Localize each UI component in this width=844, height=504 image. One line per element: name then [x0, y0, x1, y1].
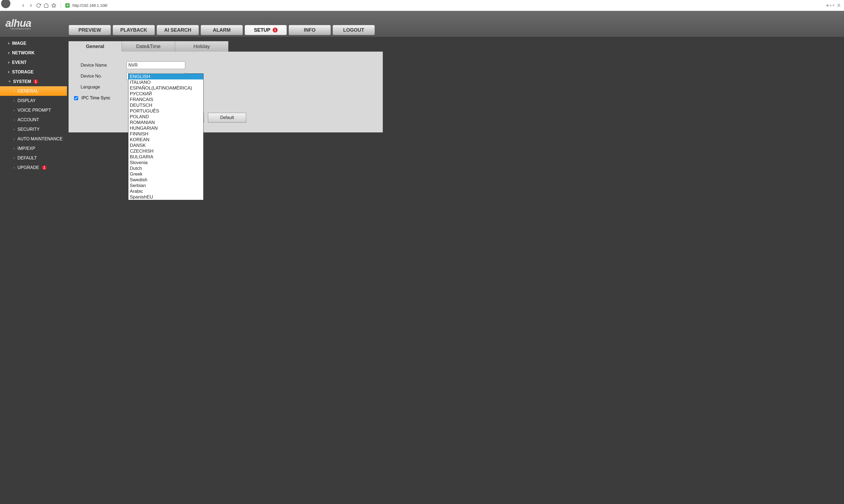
- language-option[interactable]: Serbian: [128, 183, 203, 188]
- chevron-right-icon: ›: [14, 99, 15, 103]
- language-option[interactable]: Swedish: [128, 177, 203, 183]
- device-name-label: Device Name: [81, 63, 126, 68]
- language-option[interactable]: BULGARIA: [128, 154, 203, 160]
- sidebar-item-label: DEFAULT: [17, 156, 37, 161]
- tab-label: PLAYBACK: [120, 27, 147, 33]
- sidebar-item-auto-maintenance[interactable]: ›AUTO MAINTENANCE: [0, 134, 67, 144]
- sidebar-item-default[interactable]: ›DEFAULT: [0, 153, 67, 163]
- language-option[interactable]: SpanishEU: [128, 194, 203, 200]
- sidebar-cat-storage[interactable]: STORAGE: [0, 67, 67, 77]
- sidebar-item-upgrade[interactable]: ›UPGRADE1: [0, 163, 67, 172]
- logo: alhua TECHNOLOGY: [5, 18, 31, 30]
- tab-label: SETUP: [254, 27, 270, 33]
- device-name-input[interactable]: [126, 61, 185, 69]
- forward-button[interactable]: [29, 3, 33, 8]
- app-root: alhua TECHNOLOGY IMAGE NETWORK EVENT STO…: [0, 11, 844, 504]
- language-option[interactable]: FRANCAIS: [128, 97, 203, 102]
- sidebar-cat-label: NETWORK: [12, 51, 35, 55]
- language-option[interactable]: DANSK: [128, 143, 203, 148]
- sidebar-item-account[interactable]: ›ACCOUNT: [0, 115, 67, 125]
- language-option[interactable]: ESPAÑOL(LATINOAMÉRICA): [128, 85, 203, 91]
- ipc-time-sync-label: IPC Time Sync: [82, 95, 110, 101]
- sidebar-item-label: DISPLAY: [17, 98, 36, 103]
- chevron-right-icon: ›: [14, 127, 15, 131]
- security-shield-icon: ✚: [65, 3, 70, 8]
- language-option[interactable]: PORTUGUÊS: [128, 108, 203, 114]
- language-option[interactable]: CZECHISH: [128, 148, 203, 154]
- tab-playback[interactable]: PLAYBACK: [112, 25, 155, 35]
- sidebar-cat-system[interactable]: SYSTEM1: [0, 77, 67, 86]
- tab-label: AI SEARCH: [164, 27, 191, 33]
- sidebar-cat-label: SYSTEM: [13, 79, 31, 84]
- general-panel: Device Name Device No. Language IPC Time…: [69, 52, 383, 132]
- panel-tab-holiday[interactable]: Holiday: [175, 41, 228, 52]
- language-option[interactable]: Arabic: [128, 188, 203, 194]
- home-button[interactable]: [44, 3, 49, 8]
- tab-label: ALARM: [213, 27, 231, 33]
- sidebar-cat-image[interactable]: IMAGE: [0, 38, 67, 48]
- address-url[interactable]: http://192.168.1.108/: [72, 3, 107, 8]
- tab-info[interactable]: INFO: [288, 25, 331, 35]
- sidebar-item-label: UPGRADE: [17, 165, 39, 170]
- sidebar-item-imp-exp[interactable]: ›IMP/EXP: [0, 144, 67, 153]
- logo-name: alhua: [5, 17, 31, 29]
- star-button[interactable]: [51, 3, 56, 8]
- sidebar-item-display[interactable]: ›DISPLAY: [0, 96, 67, 105]
- panel-tab-date-time[interactable]: Date&Time: [122, 41, 175, 52]
- language-option[interactable]: DEUTSCH: [128, 102, 203, 108]
- language-option[interactable]: Greek: [128, 171, 203, 177]
- sidebar-item-label: VOICE PROMPT: [17, 108, 51, 113]
- tab-label: LOGOUT: [343, 27, 364, 33]
- tab-alarm[interactable]: ALARM: [200, 25, 243, 35]
- chrome-right-cjk[interactable]: 换: [837, 3, 841, 8]
- svg-marker-0: [52, 3, 56, 7]
- ipc-time-sync-row: IPC Time Sync: [74, 93, 374, 104]
- sidebar-item-label: ACCOUNT: [17, 118, 39, 122]
- chevron-right-icon: ›: [14, 137, 15, 141]
- language-option[interactable]: HUNGARIAN: [128, 125, 203, 131]
- back-button[interactable]: [21, 3, 26, 8]
- chevron-right-icon: [8, 52, 10, 54]
- sidebar-item-voice-prompt[interactable]: ›VOICE PROMPT: [0, 105, 67, 115]
- language-option[interactable]: KOREAN: [128, 137, 203, 143]
- chrome-right-glyphs[interactable]: ■ e ▾: [827, 3, 834, 7]
- tab-setup[interactable]: SETUP1: [245, 25, 287, 35]
- chevron-right-icon: ›: [14, 108, 15, 112]
- language-option[interactable]: ROMANIAN: [128, 120, 203, 125]
- language-option[interactable]: Slovenia: [128, 160, 203, 165]
- chevron-right-icon: [8, 61, 10, 64]
- language-option[interactable]: ITALIANO: [128, 79, 203, 85]
- sidebar-cat-event[interactable]: EVENT: [0, 58, 67, 67]
- reload-button[interactable]: [36, 3, 41, 8]
- ipc-time-sync-checkbox[interactable]: [74, 96, 78, 100]
- sidebar: alhua TECHNOLOGY IMAGE NETWORK EVENT STO…: [0, 11, 67, 504]
- tab-logout[interactable]: LOGOUT: [333, 25, 375, 35]
- tab-preview[interactable]: PREVIEW: [69, 25, 111, 35]
- sidebar-nav: IMAGE NETWORK EVENT STORAGE SYSTEM1 ›GEN…: [0, 37, 67, 172]
- chevron-down-icon: [8, 81, 11, 83]
- sidebar-cat-label: STORAGE: [12, 70, 34, 74]
- browser-right-controls: ■ e ▾ 换: [827, 3, 841, 8]
- panel-tab-general[interactable]: General: [69, 41, 122, 52]
- chevron-right-icon: ›: [14, 156, 15, 160]
- chevron-right-icon: ›: [14, 147, 15, 150]
- language-option[interactable]: POLAND: [128, 114, 203, 120]
- language-label: Language: [81, 85, 126, 90]
- sidebar-item-general[interactable]: ›GENERAL: [0, 86, 67, 96]
- sidebar-item-label: IMP/EXP: [17, 146, 35, 151]
- language-option[interactable]: FINNISH: [128, 131, 203, 137]
- sidebar-item-security[interactable]: ›SECURITY: [0, 125, 67, 134]
- language-option[interactable]: ENGLISH: [128, 74, 203, 79]
- language-option[interactable]: Dutch: [128, 165, 203, 171]
- language-row: Language: [81, 82, 374, 93]
- default-button[interactable]: Default: [208, 113, 246, 123]
- chevron-right-icon: ›: [14, 89, 15, 93]
- tab-ai-search[interactable]: AI SEARCH: [157, 25, 199, 35]
- badge: 1: [33, 79, 38, 84]
- topbar-tabs: PREVIEW PLAYBACK AI SEARCH ALARM SETUP1 …: [69, 25, 375, 37]
- language-dropdown-list[interactable]: ENGLISH ITALIANO ESPAÑOL(LATINOAMÉRICA) …: [128, 73, 204, 200]
- device-name-row: Device Name: [81, 60, 374, 71]
- sidebar-item-label: GENERAL: [17, 89, 38, 94]
- language-option[interactable]: РУССКИЙ: [128, 91, 203, 97]
- sidebar-cat-network[interactable]: NETWORK: [0, 48, 67, 58]
